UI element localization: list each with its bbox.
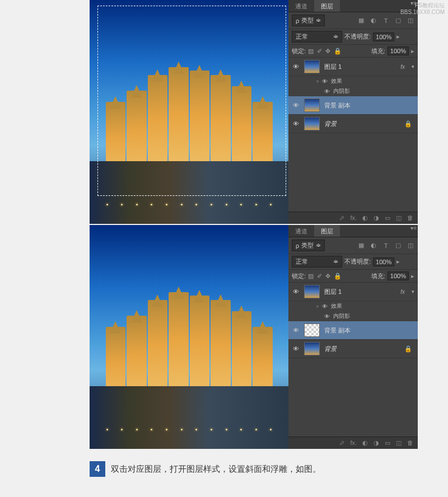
layer-thumb[interactable]	[304, 99, 320, 112]
filter-type-dropdown[interactable]: ρ类型≑	[292, 240, 325, 251]
filter-text-icon[interactable]: T	[382, 17, 390, 25]
blend-mode-dropdown[interactable]: 正常≑	[292, 31, 342, 43]
layer-thumb[interactable]	[304, 285, 320, 298]
filter-adjust-icon[interactable]: ◐	[370, 242, 377, 250]
tab-channels[interactable]: 通道	[288, 225, 314, 237]
inner-shadow-row[interactable]: 👁内阴影	[316, 311, 418, 321]
tab-layers[interactable]: 图层	[314, 0, 340, 12]
lock-brush-icon[interactable]: ✐	[317, 48, 322, 55]
visibility-icon[interactable]: 👁	[292, 345, 300, 352]
mask-icon[interactable]: ◐	[362, 214, 368, 222]
opacity-value[interactable]: 100%	[373, 32, 394, 41]
layer-thumb[interactable]	[304, 117, 320, 130]
layer-name[interactable]: 背景 副本	[324, 326, 414, 335]
trash-icon[interactable]: 🗑	[407, 439, 413, 447]
lock-all-icon[interactable]: 🔒	[334, 48, 342, 55]
layer-thumb[interactable]	[304, 342, 320, 355]
filter-type-dropdown[interactable]: ρ类型≑	[292, 15, 325, 26]
lock-icon: 🔒	[404, 345, 412, 353]
panel-bottom-toolbar: ⬀ fx. ◐ ◑ ▭ ◫ 🗑	[288, 212, 418, 224]
layer-row[interactable]: 👁 背景 副本	[288, 321, 418, 340]
layer-name[interactable]: 背景	[324, 345, 400, 353]
filter-shape-icon[interactable]: ▢	[394, 242, 402, 250]
lock-label: 锁定:	[292, 47, 306, 55]
opacity-label: 不透明度:	[344, 257, 371, 266]
adjust-icon[interactable]: ◑	[374, 214, 379, 222]
lock-move-icon[interactable]: ✥	[325, 48, 330, 55]
layer-name[interactable]: 背景	[324, 120, 400, 128]
panel-menu-icon[interactable]: ▾≡	[410, 225, 417, 237]
step-number: 4	[90, 461, 105, 477]
group-icon[interactable]: ▭	[385, 214, 390, 222]
tab-channels[interactable]: 通道	[288, 0, 314, 12]
inner-shadow-row[interactable]: 👁内阴影	[316, 86, 418, 96]
lock-label: 锁定:	[292, 272, 306, 280]
canvas-top[interactable]	[90, 0, 288, 224]
layer-thumb-transparent[interactable]	[304, 323, 320, 337]
trash-icon[interactable]: 🗑	[407, 214, 413, 222]
lock-all-icon[interactable]: 🔒	[334, 273, 342, 280]
collapse-icon[interactable]: ▿	[316, 79, 319, 84]
new-layer-icon[interactable]: ◫	[396, 439, 402, 447]
opacity-value[interactable]: 100%	[373, 257, 394, 266]
lock-brush-icon[interactable]: ✐	[317, 273, 322, 280]
fx-icon[interactable]: fx.	[350, 439, 357, 447]
adjust-icon[interactable]: ◑	[374, 439, 379, 447]
filter-shape-icon[interactable]: ▢	[394, 17, 402, 25]
watermark: PS教程论坛 BBS.16XX8.COM	[400, 2, 445, 16]
fx-icon[interactable]: fx.	[350, 214, 357, 222]
layer-thumb[interactable]	[304, 60, 320, 73]
fill-value[interactable]: 100%	[388, 46, 409, 55]
filter-smart-icon[interactable]: ◫	[407, 17, 414, 25]
visibility-icon[interactable]: 👁	[292, 327, 300, 334]
visibility-icon[interactable]: 👁	[292, 288, 300, 295]
new-layer-icon[interactable]: ◫	[396, 214, 402, 222]
fx-badge[interactable]: fx	[400, 64, 405, 70]
collapse-icon[interactable]: ▿	[316, 304, 319, 309]
blend-mode-dropdown[interactable]: 正常≑	[292, 256, 342, 268]
filter-adjust-icon[interactable]: ◐	[370, 17, 377, 25]
visibility-icon[interactable]: 👁	[292, 63, 300, 70]
filter-image-icon[interactable]: ▦	[357, 242, 365, 250]
layer-name[interactable]: 图层 1	[324, 63, 396, 71]
fill-value[interactable]: 100%	[388, 271, 409, 280]
layer-row[interactable]: 👁 背景 🔒	[288, 115, 418, 133]
step-caption: 双击对应图层，打开图层样式，设置斜面和浮雕，如图。	[111, 464, 321, 475]
layer-row[interactable]: 👁 背景 副本	[288, 96, 418, 115]
mask-icon[interactable]: ◐	[362, 439, 368, 447]
layers-panel-top: 通道 图层 ▾≡ ρ类型≑ ▦ ◐ T ▢ ◫ 正常≑ 不透明度: 100%▸	[288, 0, 418, 224]
fx-badge[interactable]: fx	[400, 289, 405, 295]
filter-smart-icon[interactable]: ◫	[407, 242, 414, 250]
fill-label: 填充:	[371, 272, 385, 280]
panel-bottom-toolbar: ⬀ fx. ◐ ◑ ▭ ◫ 🗑	[288, 437, 418, 449]
layer-name[interactable]: 背景 副本	[324, 101, 414, 110]
group-icon[interactable]: ▭	[385, 439, 390, 447]
link-icon[interactable]: ⬀	[339, 439, 344, 447]
opacity-label: 不透明度:	[344, 32, 371, 41]
lock-transparency-icon[interactable]: ▨	[308, 273, 314, 280]
canvas-bottom[interactable]	[90, 225, 288, 449]
filter-text-icon[interactable]: T	[382, 242, 390, 250]
layer-row[interactable]: 👁 背景 🔒	[288, 340, 418, 358]
visibility-icon[interactable]: 👁	[292, 120, 300, 127]
layers-panel-bottom: 通道 图层 ▾≡ ρ类型≑ ▦ ◐ T ▢ ◫ 正常≑ 不透明度: 100%▸	[288, 225, 418, 449]
link-icon[interactable]: ⬀	[339, 214, 344, 222]
tab-layers[interactable]: 图层	[314, 225, 340, 237]
effects-row[interactable]: ▿👁效果	[316, 76, 418, 86]
effects-row[interactable]: ▿👁效果	[316, 301, 418, 311]
layer-name[interactable]: 图层 1	[324, 288, 396, 296]
lock-move-icon[interactable]: ✥	[325, 273, 330, 280]
fill-label: 填充:	[371, 47, 385, 55]
lock-transparency-icon[interactable]: ▨	[308, 48, 314, 55]
layer-row[interactable]: 👁 图层 1 fx▾	[288, 283, 418, 301]
layer-row[interactable]: 👁 图层 1 fx▾	[288, 58, 418, 76]
lock-icon: 🔒	[404, 120, 412, 128]
filter-image-icon[interactable]: ▦	[357, 17, 365, 25]
visibility-icon[interactable]: 👁	[292, 102, 300, 109]
